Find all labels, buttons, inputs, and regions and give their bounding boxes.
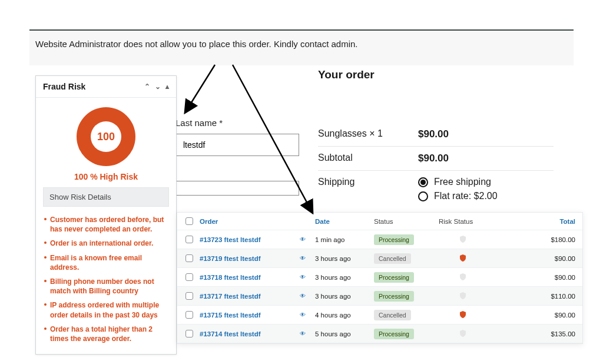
status-badge: Cancelled xyxy=(374,310,411,320)
col-total[interactable]: Total xyxy=(519,213,579,230)
col-date[interactable]: Date xyxy=(313,213,372,230)
risk-score: 100 xyxy=(77,107,135,166)
order-total: $180.00 xyxy=(519,233,579,247)
order-total: $135.00 xyxy=(519,327,579,341)
table-row[interactable]: #13717 ftest ltestdf👁3 hours agoProcessi… xyxy=(177,287,582,306)
status-badge: Processing xyxy=(374,272,414,283)
risk-label: 100 % High Risk xyxy=(43,172,169,181)
order-link[interactable]: #13719 ftest ltestdf xyxy=(197,252,297,266)
risk-donut-chart: 100 xyxy=(77,107,135,166)
risk-status-cell xyxy=(436,289,519,304)
empty-field[interactable] xyxy=(175,181,299,196)
last-name-field[interactable] xyxy=(175,134,299,156)
row-checkbox[interactable] xyxy=(185,330,193,337)
shield-icon xyxy=(460,292,466,299)
risk-reason: IP address ordered with multiple order d… xyxy=(44,298,168,322)
order-total: $110.00 xyxy=(519,289,579,303)
chevron-down-icon[interactable]: ⌄ xyxy=(155,82,161,91)
col-status: Status xyxy=(372,213,436,230)
risk-status-cell xyxy=(436,307,519,323)
admin-notice-text: Website Administrator does not allow you… xyxy=(35,39,358,49)
shield-icon xyxy=(460,236,466,243)
status-badge: Cancelled xyxy=(374,253,411,264)
table-row[interactable]: #13719 ftest ltestdf👁3 hours agoCancelle… xyxy=(177,249,582,268)
svg-line-0 xyxy=(185,65,215,112)
preview-icon[interactable]: 👁 xyxy=(297,289,313,303)
order-date: 4 hours ago xyxy=(313,308,372,322)
preview-icon[interactable]: 👁 xyxy=(297,327,313,340)
order-link[interactable]: #13718 ftest ltestdf xyxy=(197,270,297,284)
order-link[interactable]: #13715 ftest ltestdf xyxy=(197,308,297,322)
fraud-risk-header: Fraud Risk ⌃ ⌄ ▴ xyxy=(36,76,176,98)
row-checkbox[interactable] xyxy=(185,311,193,319)
status-badge: Processing xyxy=(374,234,414,245)
order-date: 5 hours ago xyxy=(313,327,372,341)
col-risk: Risk Status xyxy=(436,213,519,230)
fraud-risk-panel: Fraud Risk ⌃ ⌄ ▴ 100 100 % High Risk Sho… xyxy=(35,75,177,355)
show-risk-details-button[interactable]: Show Risk Details xyxy=(43,187,169,207)
shield-icon xyxy=(460,273,466,280)
table-row[interactable]: #13714 ftest ltestdf👁5 hours agoProcessi… xyxy=(177,325,582,343)
row-checkbox[interactable] xyxy=(185,236,193,243)
order-link[interactable]: #13717 ftest ltestdf xyxy=(197,289,297,303)
fraud-risk-title: Fraud Risk xyxy=(43,82,85,91)
orders-table: Order Date Status Risk Status Total #137… xyxy=(177,212,583,344)
shield-icon xyxy=(460,330,466,337)
order-date: 1 min ago xyxy=(313,233,372,247)
row-checkbox[interactable] xyxy=(185,292,193,300)
preview-icon[interactable]: 👁 xyxy=(297,252,313,265)
order-total: $90.00 xyxy=(519,252,579,266)
order-summary: Your order Sunglasses × 1 $90.00 Subtota… xyxy=(318,68,554,207)
collapse-icon[interactable]: ▴ xyxy=(165,82,169,91)
risk-reasons-list: Customer has ordered before, but has nev… xyxy=(43,213,169,348)
risk-reason: Order is an international order. xyxy=(44,236,168,250)
table-row[interactable]: #13715 ftest ltestdf👁4 hours agoCancelle… xyxy=(177,306,582,325)
risk-status-cell xyxy=(436,270,519,285)
risk-reason: Customer has ordered before, but has nev… xyxy=(44,213,168,236)
chevron-up-icon[interactable]: ⌃ xyxy=(144,82,150,91)
radio-unselected-icon xyxy=(418,191,428,201)
order-date: 3 hours ago xyxy=(313,289,372,303)
table-row[interactable]: #13723 ftest ltestdf👁1 min agoProcessing… xyxy=(177,230,582,249)
checkout-form-fragment: Last name * xyxy=(175,118,311,196)
col-order[interactable]: Order xyxy=(197,213,297,230)
shield-icon xyxy=(460,254,466,262)
select-all-checkbox[interactable] xyxy=(185,217,193,225)
last-name-label: Last name * xyxy=(175,118,311,128)
risk-reason: Order has a total higher than 2 times th… xyxy=(44,322,168,346)
order-link[interactable]: #13714 ftest ltestdf xyxy=(197,327,297,341)
order-summary-title: Your order xyxy=(318,68,554,81)
line-item-total: $90.00 xyxy=(418,128,449,140)
table-row[interactable]: #13718 ftest ltestdf👁3 hours agoProcessi… xyxy=(177,268,582,287)
risk-status-cell xyxy=(436,232,519,247)
order-total: $90.00 xyxy=(519,308,579,322)
order-link[interactable]: #13723 ftest ltestdf xyxy=(197,233,297,247)
order-total: $90.00 xyxy=(519,270,579,284)
shipping-label: Shipping xyxy=(318,177,418,187)
order-date: 3 hours ago xyxy=(313,270,372,284)
preview-icon[interactable]: 👁 xyxy=(297,233,313,246)
row-checkbox[interactable] xyxy=(185,254,193,262)
status-badge: Processing xyxy=(374,291,414,302)
subtotal-label: Subtotal xyxy=(318,153,418,163)
admin-notice: Website Administrator does not allow you… xyxy=(29,29,574,65)
shipping-options: Free shipping Flat rate: $2.00 xyxy=(418,177,498,201)
risk-reason: Billing phone number does not match with… xyxy=(44,274,168,298)
orders-table-header: Order Date Status Risk Status Total xyxy=(177,213,582,230)
risk-reason: Email is a known free email address. xyxy=(44,251,168,274)
shipping-option-free[interactable]: Free shipping xyxy=(418,177,498,187)
shipping-option-flat[interactable]: Flat rate: $2.00 xyxy=(418,191,498,201)
radio-selected-icon xyxy=(418,177,428,187)
preview-icon[interactable]: 👁 xyxy=(297,308,313,322)
shield-icon xyxy=(460,311,466,318)
order-date: 3 hours ago xyxy=(313,252,372,266)
risk-status-cell xyxy=(436,326,519,342)
shipping-option-label: Flat rate: $2.00 xyxy=(434,191,498,201)
risk-status-cell xyxy=(436,251,519,266)
line-item-name: Sunglasses × 1 xyxy=(318,128,418,139)
row-checkbox[interactable] xyxy=(185,273,193,281)
status-badge: Processing xyxy=(374,329,414,339)
subtotal-value: $90.00 xyxy=(418,153,449,164)
preview-icon[interactable]: 👁 xyxy=(297,270,313,284)
shipping-option-label: Free shipping xyxy=(434,177,491,187)
